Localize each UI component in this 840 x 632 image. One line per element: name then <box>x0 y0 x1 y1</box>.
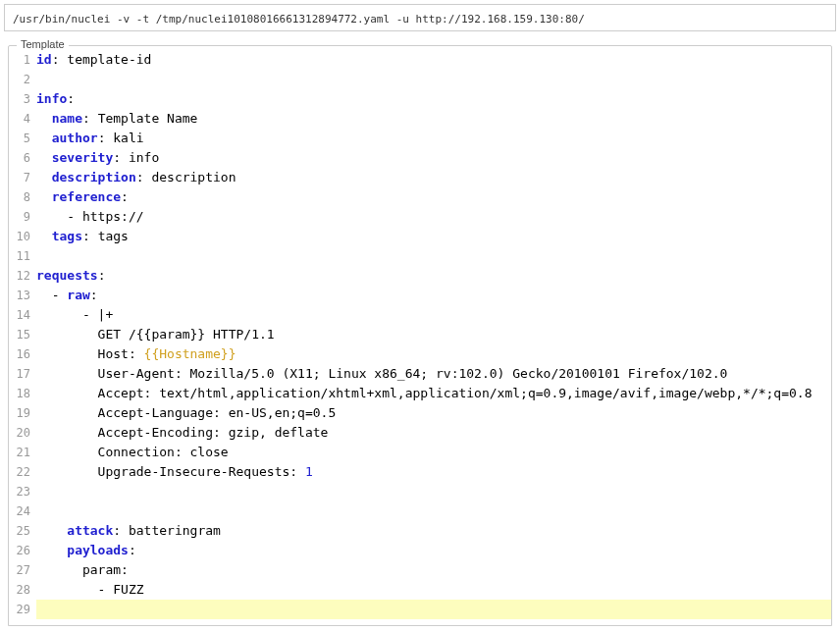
code-line[interactable]: author: kali <box>36 129 831 148</box>
line-number: 5 <box>9 129 30 148</box>
code-editor[interactable]: 1234567891011121314151617181920212223242… <box>9 46 831 625</box>
code-line[interactable]: info: <box>36 89 831 109</box>
line-number: 26 <box>9 541 30 560</box>
code-line[interactable]: payloads: <box>36 541 831 560</box>
code-line[interactable]: name: Template Name <box>36 109 831 129</box>
code-line[interactable]: GET /{{param}} HTTP/1.1 <box>36 325 831 344</box>
code-line[interactable] <box>36 501 831 521</box>
code-line[interactable]: - raw: <box>36 286 831 305</box>
code-line[interactable]: Accept: text/html,application/xhtml+xml,… <box>36 384 831 403</box>
line-number: 23 <box>9 482 30 501</box>
line-number: 1 <box>9 50 30 70</box>
code-line[interactable]: User-Agent: Mozilla/5.0 (X11; Linux x86_… <box>36 364 831 384</box>
code-line[interactable] <box>36 600 831 619</box>
line-number: 21 <box>9 443 30 462</box>
line-number: 14 <box>9 305 30 325</box>
code-line[interactable]: severity: info <box>36 148 831 168</box>
line-number: 20 <box>9 423 30 443</box>
line-number-gutter: 1234567891011121314151617181920212223242… <box>9 50 36 625</box>
code-line[interactable]: Upgrade-Insecure-Requests: 1 <box>36 462 831 482</box>
line-number: 29 <box>9 600 30 619</box>
template-label: Template <box>17 38 69 50</box>
line-number: 19 <box>9 403 30 423</box>
code-line[interactable]: Accept-Language: en-US,en;q=0.5 <box>36 403 831 423</box>
line-number: 6 <box>9 148 30 168</box>
line-number: 9 <box>9 207 30 227</box>
line-number: 4 <box>9 109 30 129</box>
code-line[interactable] <box>36 246 831 266</box>
code-line[interactable]: reference: <box>36 187 831 207</box>
line-number: 10 <box>9 227 30 246</box>
code-line[interactable]: description: description <box>36 168 831 187</box>
line-number: 18 <box>9 384 30 403</box>
line-number: 22 <box>9 462 30 482</box>
line-number: 11 <box>9 246 30 266</box>
line-number: 24 <box>9 501 30 521</box>
code-line[interactable]: tags: tags <box>36 227 831 246</box>
code-line[interactable] <box>36 70 831 89</box>
line-number: 16 <box>9 344 30 364</box>
command-bar <box>4 4 836 31</box>
command-input[interactable] <box>13 13 827 26</box>
line-number: 3 <box>9 89 30 109</box>
code-line[interactable] <box>36 482 831 501</box>
code-line[interactable]: id: template-id <box>36 50 831 70</box>
code-line[interactable]: - FUZZ <box>36 580 831 600</box>
code-line[interactable]: - https:// <box>36 207 831 227</box>
line-number: 7 <box>9 168 30 187</box>
code-area[interactable]: id: template-id info: name: Template Nam… <box>36 50 831 625</box>
code-line[interactable]: param: <box>36 560 831 580</box>
code-line[interactable]: - |+ <box>36 305 831 325</box>
code-line[interactable]: attack: batteringram <box>36 521 831 541</box>
line-number: 27 <box>9 560 30 580</box>
line-number: 12 <box>9 266 30 286</box>
line-number: 13 <box>9 286 30 305</box>
line-number: 2 <box>9 70 30 89</box>
template-section: Template 1234567891011121314151617181920… <box>8 45 832 626</box>
line-number: 17 <box>9 364 30 384</box>
code-line[interactable]: Host: {{Hostname}} <box>36 344 831 364</box>
code-line[interactable]: Connection: close <box>36 443 831 462</box>
code-line[interactable]: requests: <box>36 266 831 286</box>
line-number: 8 <box>9 187 30 207</box>
line-number: 28 <box>9 580 30 600</box>
line-number: 25 <box>9 521 30 541</box>
line-number: 15 <box>9 325 30 344</box>
code-line[interactable]: Accept-Encoding: gzip, deflate <box>36 423 831 443</box>
